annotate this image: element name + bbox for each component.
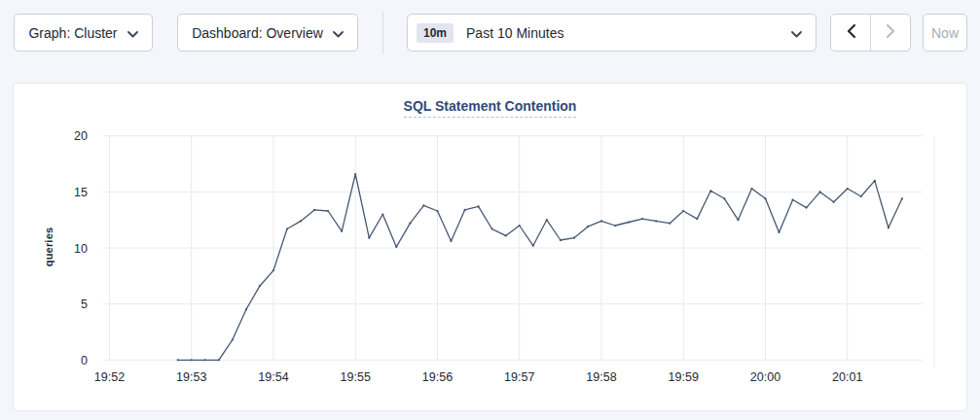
chart-card: SQL Statement Contention queries 0510152… — [13, 83, 967, 411]
now-button[interactable]: Now — [923, 14, 967, 52]
svg-text:0: 0 — [81, 354, 88, 368]
chevron-right-icon — [887, 24, 895, 42]
time-window-badge: 10m — [417, 23, 454, 43]
time-window-label: Past 10 Minutes — [466, 25, 779, 41]
chart-title[interactable]: SQL Statement Contention — [404, 98, 577, 118]
chevron-down-icon — [333, 25, 344, 41]
prev-interval-button[interactable] — [831, 15, 870, 51]
svg-text:19:52: 19:52 — [94, 370, 125, 384]
dashboard-dropdown[interactable]: Dashboard: Overview — [177, 14, 358, 52]
svg-text:19:54: 19:54 — [258, 370, 288, 384]
svg-text:15: 15 — [74, 186, 88, 199]
chevron-down-icon — [127, 25, 138, 41]
time-pager — [830, 14, 911, 52]
svg-text:20:01: 20:01 — [832, 370, 862, 384]
next-interval-button[interactable] — [870, 15, 910, 51]
svg-text:5: 5 — [81, 298, 88, 311]
graph-dropdown-label: Graph: Cluster — [28, 25, 117, 41]
dashboard-dropdown-label: Dashboard: Overview — [192, 25, 323, 41]
sql-contention-line-chart: 0510152019:5219:5319:5419:5519:5619:5719… — [14, 122, 968, 410]
time-window-dropdown[interactable]: 10m Past 10 Minutes — [407, 14, 817, 52]
svg-text:20: 20 — [74, 129, 88, 143]
chevron-down-icon — [791, 25, 802, 41]
svg-text:19:57: 19:57 — [504, 370, 534, 384]
svg-text:19:59: 19:59 — [669, 370, 699, 384]
graph-dropdown[interactable]: Graph: Cluster — [14, 14, 153, 52]
svg-text:20:00: 20:00 — [750, 370, 780, 384]
now-button-label: Now — [931, 25, 959, 41]
toolbar-divider — [382, 12, 383, 53]
svg-text:19:55: 19:55 — [341, 370, 371, 384]
svg-text:19:58: 19:58 — [586, 370, 616, 384]
svg-text:19:56: 19:56 — [422, 370, 453, 384]
chart-title-row: SQL Statement Contention — [14, 97, 966, 115]
chevron-left-icon — [847, 24, 855, 42]
svg-text:19:53: 19:53 — [176, 370, 206, 384]
svg-text:10: 10 — [74, 242, 88, 256]
